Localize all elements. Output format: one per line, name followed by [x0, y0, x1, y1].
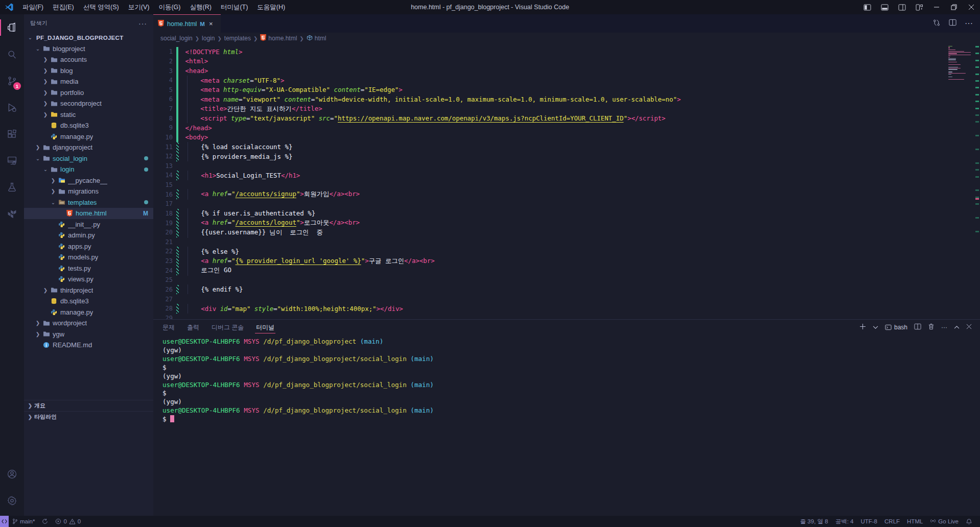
- status-language[interactable]: HTML: [903, 516, 926, 527]
- tree-item-manage-py[interactable]: manage.py: [24, 131, 153, 142]
- breadcrumb-social-login[interactable]: social_login: [160, 35, 193, 42]
- tree-item-accounts[interactable]: ❯accounts: [24, 54, 153, 65]
- tree-item-ygw[interactable]: ❯ygw: [24, 329, 153, 340]
- toggle-secondary-sidebar-icon[interactable]: [893, 0, 911, 14]
- close-panel-icon[interactable]: [966, 324, 972, 331]
- sync-changes-item[interactable]: [38, 516, 52, 527]
- restore-icon[interactable]: [945, 0, 963, 14]
- code-editor[interactable]: 1<!DOCTYPE html>2<html>3<head>4 <meta ch…: [153, 44, 980, 319]
- split-terminal-icon[interactable]: [914, 323, 921, 331]
- timeline-section[interactable]: ❯타임라인: [24, 411, 153, 422]
- problems-item[interactable]: 0 0: [52, 516, 84, 527]
- tree-item-media[interactable]: ❯media: [24, 76, 153, 87]
- tree-item--pycache-[interactable]: ❯__pycache__: [24, 175, 153, 186]
- testing-icon[interactable]: [0, 174, 24, 200]
- tree-item-portfolio[interactable]: ❯portfolio: [24, 87, 153, 99]
- explorer-more-actions-icon[interactable]: ···: [138, 19, 147, 28]
- editor-more-actions-icon[interactable]: ···: [965, 19, 973, 28]
- new-terminal-icon[interactable]: [859, 323, 866, 331]
- panel-tab-문제[interactable]: 문제: [162, 320, 175, 335]
- terminal-dropdown-icon[interactable]: [873, 324, 878, 331]
- tree-item-social-login[interactable]: ⌄social_login: [24, 153, 153, 164]
- toggle-panel-icon[interactable]: [876, 0, 893, 14]
- tab-home-html[interactable]: home.html M ×: [153, 14, 221, 33]
- tree-item-secondproject[interactable]: ❯secondproject: [24, 98, 153, 109]
- status-encoding[interactable]: UTF-8: [857, 516, 881, 527]
- open-changes-icon[interactable]: [932, 19, 941, 29]
- tree-item-thirdproject[interactable]: ❯thirdproject: [24, 285, 153, 296]
- tree-item-models-py[interactable]: models.py: [24, 252, 153, 263]
- tree-item-views-py[interactable]: views.py: [24, 274, 153, 285]
- git-branch-item[interactable]: main*: [9, 516, 38, 527]
- menu-go[interactable]: 이동(G): [154, 0, 185, 14]
- maximize-panel-icon[interactable]: [954, 324, 960, 331]
- line-number: 9: [153, 124, 173, 131]
- tree-item-templates[interactable]: ⌄templates: [24, 197, 153, 208]
- tree-item-blogproject[interactable]: ⌄blogproject: [24, 43, 153, 55]
- tree-item-blog[interactable]: ❯blog: [24, 65, 153, 77]
- bottom-panel: 문제출력디버그 콘솔터미널 bash ··· user@DESKTOP-4LHB…: [153, 319, 980, 516]
- breadcrumb-html[interactable]: html: [307, 35, 326, 42]
- menu-view[interactable]: 보기(V): [124, 0, 154, 14]
- tree-root[interactable]: ⌄PF_DJANGO_BLOGPROJECT: [24, 32, 153, 43]
- status-indent[interactable]: 공백: 4: [832, 516, 857, 527]
- terminal-output[interactable]: user@DESKTOP-4LHBPF6 MSYS /d/pf_django_b…: [153, 335, 980, 516]
- terminal-instance-bash[interactable]: bash: [885, 324, 907, 331]
- split-editor-icon[interactable]: [949, 19, 956, 28]
- remote-explorer-icon[interactable]: [0, 147, 24, 174]
- panel-tab-디버그-콘솔[interactable]: 디버그 콘솔: [212, 320, 244, 335]
- status-go-live[interactable]: Go Live: [926, 516, 962, 527]
- notifications-bell-icon[interactable]: [962, 516, 976, 527]
- tree-item-apps-py[interactable]: apps.py: [24, 241, 153, 252]
- toggle-sidebar-icon[interactable]: [858, 0, 876, 14]
- tree-item-manage-py[interactable]: manage.py: [24, 307, 153, 318]
- customize-layout-icon[interactable]: [911, 0, 928, 14]
- outline-section[interactable]: ❯개요: [24, 400, 153, 411]
- breadcrumb-templates[interactable]: templates: [224, 35, 251, 42]
- explorer-icon[interactable]: [0, 14, 24, 41]
- account-icon[interactable]: [0, 461, 24, 487]
- tree-item-db-sqlite3[interactable]: db.sqlite3: [24, 296, 153, 307]
- menu-file[interactable]: 파일(F): [18, 0, 48, 14]
- tree-item--init-py[interactable]: __init__.py: [24, 219, 153, 230]
- panel-tab-터미널[interactable]: 터미널: [256, 320, 274, 335]
- tree-item-login[interactable]: ⌄login: [24, 164, 153, 175]
- kill-terminal-icon[interactable]: [928, 323, 935, 331]
- status-line-col[interactable]: 줄 39, 열 8: [797, 516, 832, 527]
- tree-item-migrations[interactable]: ❯migrations: [24, 186, 153, 197]
- minimap[interactable]: [948, 46, 971, 81]
- tree-item-admin-py[interactable]: admin.py: [24, 230, 153, 241]
- breadcrumb-home-html[interactable]: home.html: [260, 34, 297, 42]
- code-line-6: 6 <meta name="viewport" content="width=d…: [153, 94, 949, 104]
- terraform-icon[interactable]: [0, 200, 24, 227]
- html-icon: [65, 210, 74, 217]
- readme-icon: [42, 342, 51, 348]
- settings-icon[interactable]: [0, 487, 24, 514]
- tree-item-readme-md[interactable]: README.md: [24, 340, 153, 351]
- source-control-icon[interactable]: 1: [0, 67, 24, 94]
- run-debug-icon[interactable]: [0, 94, 24, 121]
- menu-help[interactable]: 도움말(H): [252, 0, 290, 14]
- tree-item-db-sqlite3[interactable]: db.sqlite3: [24, 120, 153, 131]
- minimize-icon[interactable]: [928, 0, 945, 14]
- tree-item-static[interactable]: ❯static: [24, 109, 153, 121]
- close-window-icon[interactable]: [963, 0, 980, 14]
- search-icon[interactable]: [0, 41, 24, 67]
- menu-selection[interactable]: 선택 영역(S): [79, 0, 124, 14]
- extensions-icon[interactable]: [0, 121, 24, 147]
- tree-item-tests-py[interactable]: tests.py: [24, 263, 153, 274]
- status-eol[interactable]: CRLF: [881, 516, 903, 527]
- menu-terminal[interactable]: 터미널(T): [216, 0, 252, 14]
- menu-run[interactable]: 실행(R): [185, 0, 216, 14]
- breadcrumb-login[interactable]: login: [202, 35, 215, 42]
- tree-item-wordproject[interactable]: ❯wordproject: [24, 318, 153, 329]
- panel-more-actions-icon[interactable]: ···: [941, 324, 947, 331]
- tree-item-home-html[interactable]: home.htmlM: [24, 208, 153, 219]
- line-number: 22: [153, 248, 173, 255]
- tree-item-djangoproject[interactable]: ❯djangoproject: [24, 142, 153, 153]
- tree-item-label: thirdproject: [60, 286, 93, 294]
- close-tab-icon[interactable]: ×: [209, 20, 213, 28]
- remote-indicator[interactable]: [0, 516, 9, 527]
- panel-tab-출력[interactable]: 출력: [187, 320, 199, 335]
- menu-edit[interactable]: 편집(E): [48, 0, 79, 14]
